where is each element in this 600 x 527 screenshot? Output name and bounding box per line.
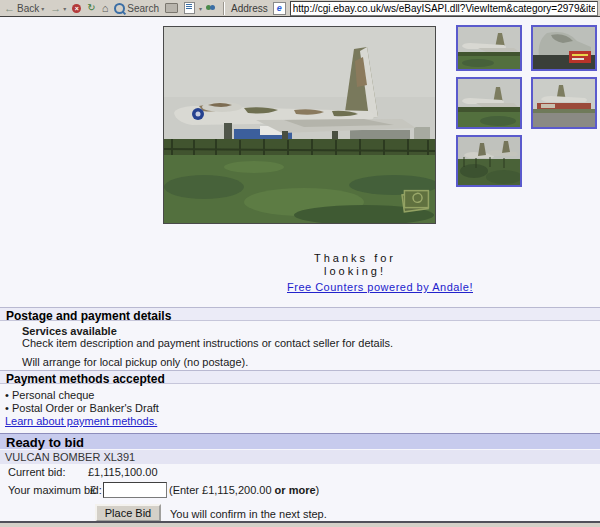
services-available-title: Services available — [22, 325, 117, 337]
current-bid-value: £1,115,100.00 — [88, 466, 158, 478]
max-bid-input[interactable] — [103, 482, 167, 498]
payment-method-item: • Postal Order or Banker's Draft — [5, 402, 159, 414]
bullet-icon: • — [5, 389, 9, 401]
stop-button[interactable]: × — [70, 4, 83, 13]
vulcan-bomber-photo — [164, 27, 435, 223]
ready-to-bid-header: Ready to bid — [0, 433, 600, 449]
main-item-photo — [163, 26, 436, 224]
search-button[interactable]: Search — [112, 3, 161, 14]
payment-section-header: Payment methods accepted — [0, 370, 600, 384]
address-label: Address — [231, 3, 268, 14]
stop-icon: × — [72, 4, 81, 13]
toolbar-dropdown-icon[interactable]: ▾ — [199, 5, 202, 12]
thanks-text: Thanks for looking! — [250, 252, 460, 278]
thumbnail-5[interactable] — [456, 135, 522, 187]
edit-button[interactable] — [182, 2, 197, 14]
back-icon: ← — [4, 2, 15, 14]
print-button[interactable] — [163, 3, 180, 13]
home-icon: ⌂ — [102, 3, 109, 14]
thumbnail-2[interactable] — [531, 25, 597, 71]
forward-icon: → — [50, 2, 61, 14]
place-bid-button[interactable]: Place Bid › — [95, 504, 161, 522]
minimum-bid-hint: (Enter £1,115,200.00 or more) — [169, 484, 319, 496]
messenger-button[interactable] — [204, 3, 218, 13]
forward-button[interactable]: → ▾ — [48, 2, 68, 14]
home-button[interactable]: ⌂ — [100, 3, 111, 14]
item-title: VULCAN BOMBER XL391 — [0, 450, 600, 464]
andale-watermark-icon — [401, 187, 430, 212]
bullet-icon: • — [5, 402, 9, 414]
thumbnail-4[interactable] — [531, 77, 597, 129]
services-available-text: Check item description and payment instr… — [22, 337, 393, 349]
print-icon — [165, 3, 178, 13]
browser-toolbar: ← Back ▾ → ▾ × ↻ ⌂ Search ▾ Address e — [0, 0, 600, 17]
toolbar-separator — [223, 2, 225, 15]
back-label: Back — [17, 3, 39, 14]
andale-counter-link[interactable]: Free Counters powered by Andale! — [250, 281, 510, 293]
bottom-window-edge — [0, 521, 600, 527]
current-bid-label: Current bid: — [8, 466, 65, 478]
address-input[interactable] — [290, 1, 598, 16]
payment-method-item: • Personal cheque — [5, 389, 94, 401]
refresh-icon: ↻ — [87, 3, 95, 13]
back-dropdown-icon[interactable]: ▾ — [41, 5, 44, 12]
thumbnail-3[interactable] — [456, 77, 522, 129]
edit-icon — [184, 2, 195, 14]
thumbnail-1[interactable] — [456, 25, 522, 71]
search-icon — [114, 3, 125, 14]
forward-dropdown-icon[interactable]: ▾ — [63, 5, 66, 12]
listing-page: Thanks for looking! Free Counters powere… — [0, 18, 600, 522]
search-label: Search — [127, 3, 159, 14]
learn-payment-methods-link[interactable]: Learn about payment methods. — [5, 415, 157, 427]
refresh-button[interactable]: ↻ — [85, 3, 97, 13]
postage-section-header: Postage and payment details — [0, 307, 600, 321]
max-bid-label: Your maximum bid: — [8, 484, 102, 496]
currency-symbol: £ — [90, 484, 96, 496]
back-button[interactable]: ← Back ▾ — [2, 2, 46, 14]
confirm-next-step-text: You will confirm in the next step. — [170, 508, 327, 520]
pickup-text: Will arrange for local pickup only (no p… — [22, 356, 248, 368]
messenger-icon — [206, 3, 216, 13]
page-favicon: e — [273, 2, 286, 15]
